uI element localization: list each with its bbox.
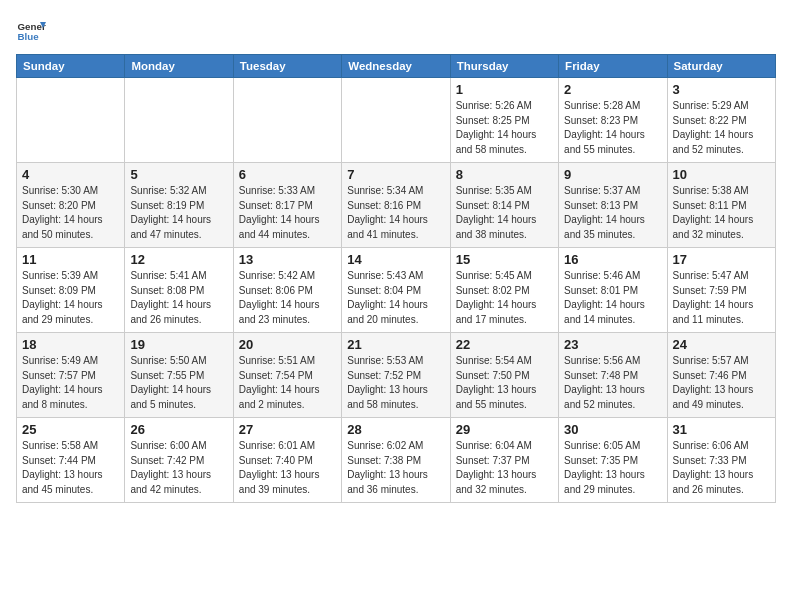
day-info: Sunrise: 5:30 AM Sunset: 8:20 PM Dayligh… [22, 184, 119, 242]
day-info: Sunrise: 6:05 AM Sunset: 7:35 PM Dayligh… [564, 439, 661, 497]
calendar-table: SundayMondayTuesdayWednesdayThursdayFrid… [16, 54, 776, 503]
day-number: 14 [347, 252, 444, 267]
day-number: 22 [456, 337, 553, 352]
calendar-cell: 9Sunrise: 5:37 AM Sunset: 8:13 PM Daylig… [559, 163, 667, 248]
calendar-cell: 31Sunrise: 6:06 AM Sunset: 7:33 PM Dayli… [667, 418, 775, 503]
weekday-header-thursday: Thursday [450, 55, 558, 78]
calendar-cell: 2Sunrise: 5:28 AM Sunset: 8:23 PM Daylig… [559, 78, 667, 163]
calendar-cell: 11Sunrise: 5:39 AM Sunset: 8:09 PM Dayli… [17, 248, 125, 333]
day-number: 8 [456, 167, 553, 182]
day-number: 12 [130, 252, 227, 267]
calendar-cell: 28Sunrise: 6:02 AM Sunset: 7:38 PM Dayli… [342, 418, 450, 503]
day-info: Sunrise: 5:57 AM Sunset: 7:46 PM Dayligh… [673, 354, 770, 412]
weekday-header-tuesday: Tuesday [233, 55, 341, 78]
day-number: 11 [22, 252, 119, 267]
day-number: 19 [130, 337, 227, 352]
calendar-cell [342, 78, 450, 163]
day-info: Sunrise: 5:51 AM Sunset: 7:54 PM Dayligh… [239, 354, 336, 412]
weekday-header-sunday: Sunday [17, 55, 125, 78]
calendar-cell: 30Sunrise: 6:05 AM Sunset: 7:35 PM Dayli… [559, 418, 667, 503]
day-info: Sunrise: 5:35 AM Sunset: 8:14 PM Dayligh… [456, 184, 553, 242]
calendar-cell [233, 78, 341, 163]
day-info: Sunrise: 5:46 AM Sunset: 8:01 PM Dayligh… [564, 269, 661, 327]
calendar-cell: 21Sunrise: 5:53 AM Sunset: 7:52 PM Dayli… [342, 333, 450, 418]
day-info: Sunrise: 5:50 AM Sunset: 7:55 PM Dayligh… [130, 354, 227, 412]
calendar-cell: 23Sunrise: 5:56 AM Sunset: 7:48 PM Dayli… [559, 333, 667, 418]
day-info: Sunrise: 5:28 AM Sunset: 8:23 PM Dayligh… [564, 99, 661, 157]
day-info: Sunrise: 6:01 AM Sunset: 7:40 PM Dayligh… [239, 439, 336, 497]
calendar-cell: 26Sunrise: 6:00 AM Sunset: 7:42 PM Dayli… [125, 418, 233, 503]
day-number: 30 [564, 422, 661, 437]
day-number: 25 [22, 422, 119, 437]
day-number: 20 [239, 337, 336, 352]
day-number: 9 [564, 167, 661, 182]
calendar-cell: 15Sunrise: 5:45 AM Sunset: 8:02 PM Dayli… [450, 248, 558, 333]
day-number: 16 [564, 252, 661, 267]
calendar-cell: 14Sunrise: 5:43 AM Sunset: 8:04 PM Dayli… [342, 248, 450, 333]
weekday-header-friday: Friday [559, 55, 667, 78]
weekday-header-saturday: Saturday [667, 55, 775, 78]
day-number: 27 [239, 422, 336, 437]
day-number: 23 [564, 337, 661, 352]
day-number: 28 [347, 422, 444, 437]
day-info: Sunrise: 5:34 AM Sunset: 8:16 PM Dayligh… [347, 184, 444, 242]
day-info: Sunrise: 5:43 AM Sunset: 8:04 PM Dayligh… [347, 269, 444, 327]
day-info: Sunrise: 5:33 AM Sunset: 8:17 PM Dayligh… [239, 184, 336, 242]
day-number: 2 [564, 82, 661, 97]
day-number: 4 [22, 167, 119, 182]
day-info: Sunrise: 5:26 AM Sunset: 8:25 PM Dayligh… [456, 99, 553, 157]
day-info: Sunrise: 6:06 AM Sunset: 7:33 PM Dayligh… [673, 439, 770, 497]
calendar-cell [125, 78, 233, 163]
calendar-cell: 19Sunrise: 5:50 AM Sunset: 7:55 PM Dayli… [125, 333, 233, 418]
day-number: 6 [239, 167, 336, 182]
calendar-cell: 5Sunrise: 5:32 AM Sunset: 8:19 PM Daylig… [125, 163, 233, 248]
day-number: 10 [673, 167, 770, 182]
calendar-cell: 20Sunrise: 5:51 AM Sunset: 7:54 PM Dayli… [233, 333, 341, 418]
day-number: 17 [673, 252, 770, 267]
day-info: Sunrise: 5:32 AM Sunset: 8:19 PM Dayligh… [130, 184, 227, 242]
calendar-cell: 27Sunrise: 6:01 AM Sunset: 7:40 PM Dayli… [233, 418, 341, 503]
logo: General Blue [16, 16, 46, 46]
day-info: Sunrise: 6:02 AM Sunset: 7:38 PM Dayligh… [347, 439, 444, 497]
day-info: Sunrise: 6:00 AM Sunset: 7:42 PM Dayligh… [130, 439, 227, 497]
calendar-cell: 1Sunrise: 5:26 AM Sunset: 8:25 PM Daylig… [450, 78, 558, 163]
day-number: 29 [456, 422, 553, 437]
calendar-cell: 18Sunrise: 5:49 AM Sunset: 7:57 PM Dayli… [17, 333, 125, 418]
day-info: Sunrise: 5:39 AM Sunset: 8:09 PM Dayligh… [22, 269, 119, 327]
calendar-cell: 3Sunrise: 5:29 AM Sunset: 8:22 PM Daylig… [667, 78, 775, 163]
day-number: 15 [456, 252, 553, 267]
day-number: 13 [239, 252, 336, 267]
day-number: 1 [456, 82, 553, 97]
calendar-cell: 4Sunrise: 5:30 AM Sunset: 8:20 PM Daylig… [17, 163, 125, 248]
day-number: 3 [673, 82, 770, 97]
calendar-cell: 10Sunrise: 5:38 AM Sunset: 8:11 PM Dayli… [667, 163, 775, 248]
calendar-cell: 24Sunrise: 5:57 AM Sunset: 7:46 PM Dayli… [667, 333, 775, 418]
calendar-cell: 29Sunrise: 6:04 AM Sunset: 7:37 PM Dayli… [450, 418, 558, 503]
day-info: Sunrise: 5:42 AM Sunset: 8:06 PM Dayligh… [239, 269, 336, 327]
day-number: 24 [673, 337, 770, 352]
day-info: Sunrise: 6:04 AM Sunset: 7:37 PM Dayligh… [456, 439, 553, 497]
page-header: General Blue [16, 16, 776, 46]
day-number: 7 [347, 167, 444, 182]
day-number: 18 [22, 337, 119, 352]
day-number: 31 [673, 422, 770, 437]
day-info: Sunrise: 5:38 AM Sunset: 8:11 PM Dayligh… [673, 184, 770, 242]
day-info: Sunrise: 5:53 AM Sunset: 7:52 PM Dayligh… [347, 354, 444, 412]
calendar-cell: 7Sunrise: 5:34 AM Sunset: 8:16 PM Daylig… [342, 163, 450, 248]
day-info: Sunrise: 5:45 AM Sunset: 8:02 PM Dayligh… [456, 269, 553, 327]
day-info: Sunrise: 5:41 AM Sunset: 8:08 PM Dayligh… [130, 269, 227, 327]
day-info: Sunrise: 5:58 AM Sunset: 7:44 PM Dayligh… [22, 439, 119, 497]
weekday-header-wednesday: Wednesday [342, 55, 450, 78]
day-info: Sunrise: 5:49 AM Sunset: 7:57 PM Dayligh… [22, 354, 119, 412]
calendar-cell: 13Sunrise: 5:42 AM Sunset: 8:06 PM Dayli… [233, 248, 341, 333]
weekday-header-monday: Monday [125, 55, 233, 78]
calendar-cell: 8Sunrise: 5:35 AM Sunset: 8:14 PM Daylig… [450, 163, 558, 248]
calendar-cell [17, 78, 125, 163]
calendar-cell: 12Sunrise: 5:41 AM Sunset: 8:08 PM Dayli… [125, 248, 233, 333]
day-info: Sunrise: 5:29 AM Sunset: 8:22 PM Dayligh… [673, 99, 770, 157]
calendar-cell: 25Sunrise: 5:58 AM Sunset: 7:44 PM Dayli… [17, 418, 125, 503]
day-info: Sunrise: 5:56 AM Sunset: 7:48 PM Dayligh… [564, 354, 661, 412]
calendar-cell: 16Sunrise: 5:46 AM Sunset: 8:01 PM Dayli… [559, 248, 667, 333]
day-number: 21 [347, 337, 444, 352]
day-info: Sunrise: 5:54 AM Sunset: 7:50 PM Dayligh… [456, 354, 553, 412]
